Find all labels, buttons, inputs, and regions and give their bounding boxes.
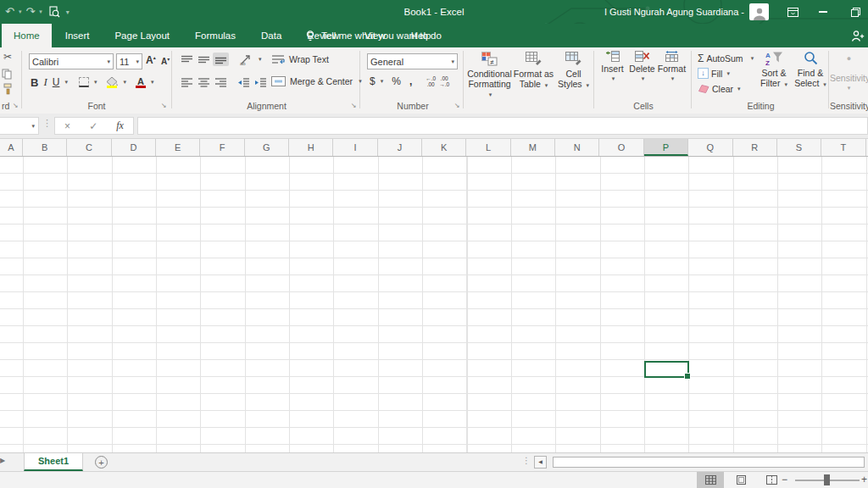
column-header-j[interactable]: J xyxy=(378,139,422,156)
column-header-m[interactable]: M xyxy=(511,139,555,156)
top-align-button[interactable] xyxy=(179,53,195,66)
cell-styles-button[interactable]: Cell Styles ▾ xyxy=(555,47,593,114)
increase-indent-button[interactable] xyxy=(253,75,269,89)
decrease-indent-button[interactable] xyxy=(236,75,252,89)
scroll-left-button[interactable]: ◀ xyxy=(534,456,547,469)
share-button[interactable] xyxy=(851,30,865,46)
fill-color-dropdown-icon[interactable]: ▾ xyxy=(121,79,126,86)
zoom-in-button[interactable]: + xyxy=(861,472,867,488)
percent-style-button[interactable]: % xyxy=(392,75,401,87)
font-dialog-launcher-icon[interactable]: ↘ xyxy=(159,102,168,110)
accounting-format-button[interactable]: $ xyxy=(370,75,376,87)
accounting-dropdown-icon[interactable]: ▾ xyxy=(379,78,384,85)
column-header-a[interactable]: A xyxy=(0,139,23,156)
redo-icon[interactable]: ↷ xyxy=(24,0,36,24)
undo-icon[interactable]: ↶ xyxy=(3,0,16,24)
copy-icon[interactable] xyxy=(2,68,13,83)
underline-button[interactable]: U xyxy=(53,76,60,88)
align-center-button[interactable] xyxy=(196,75,212,89)
decrease-decimal-button[interactable]: .00 →.0 xyxy=(439,75,449,87)
insert-cells-button[interactable]: Insert ▾ xyxy=(598,51,627,82)
clear-button[interactable]: Clear ▾ xyxy=(698,82,741,95)
column-header-g[interactable]: G xyxy=(245,139,289,156)
autosum-button[interactable]: Σ AutoSum ▾ xyxy=(698,52,754,64)
tab-data[interactable]: Data xyxy=(249,24,293,47)
horizontal-scrollbar-thumb[interactable] xyxy=(553,457,865,468)
column-header-i[interactable]: I xyxy=(333,139,377,156)
italic-button[interactable]: I xyxy=(42,75,48,89)
ribbon-display-options-button[interactable] xyxy=(782,0,804,24)
fill-color-button[interactable] xyxy=(106,75,118,90)
column-header-d[interactable]: D xyxy=(112,139,156,156)
column-header-h[interactable]: H xyxy=(289,139,333,156)
font-color-button[interactable]: A xyxy=(136,75,146,90)
font-size-combobox[interactable]: 11 ▾ xyxy=(116,53,142,69)
decrease-font-size-button[interactable]: A▾ xyxy=(161,56,170,66)
find-select-button[interactable]: Find & Select ▾ xyxy=(793,47,827,89)
align-right-button[interactable] xyxy=(213,75,229,89)
zoom-slider-thumb[interactable] xyxy=(824,474,830,485)
wrap-text-button[interactable]: Wrap Text xyxy=(271,54,329,64)
tell-me-box[interactable]: Tell me what you want to do xyxy=(305,24,442,47)
borders-button[interactable] xyxy=(79,77,89,87)
tab-insert[interactable]: Insert xyxy=(53,24,102,47)
format-cells-button[interactable]: Format ▾ xyxy=(657,51,687,82)
alignment-dialog-launcher-icon[interactable]: ↘ xyxy=(349,102,358,110)
column-header-n[interactable]: N xyxy=(555,139,599,156)
column-header-q[interactable]: Q xyxy=(688,139,732,156)
format-painter-icon[interactable] xyxy=(3,83,13,98)
insert-function-icon[interactable]: fx xyxy=(116,119,124,132)
column-header-f[interactable]: F xyxy=(200,139,244,156)
column-header-c[interactable]: C xyxy=(67,139,111,156)
name-box-dropdown-icon[interactable]: ▾ xyxy=(30,123,35,130)
page-layout-view-button[interactable] xyxy=(727,472,754,488)
underline-dropdown-icon[interactable]: ▾ xyxy=(63,79,68,86)
merge-center-button[interactable]: Merge & Center ▾ xyxy=(271,76,362,86)
column-header-b[interactable]: B xyxy=(23,139,67,156)
account-user-name[interactable]: I Gusti Ngurah Agung Suardiana - xyxy=(604,0,744,24)
column-header-r[interactable]: R xyxy=(733,139,777,156)
clipboard-dialog-launcher-icon[interactable]: ↘ xyxy=(11,102,19,110)
orientation-dropdown-icon[interactable]: ▾ xyxy=(257,56,262,63)
font-color-dropdown-icon[interactable]: ▾ xyxy=(149,79,154,86)
tab-formulas[interactable]: Formulas xyxy=(183,24,248,47)
horizontal-scrollbar[interactable] xyxy=(551,456,868,469)
account-avatar[interactable] xyxy=(749,3,769,20)
orientation-button[interactable]: ab xyxy=(236,53,256,66)
print-preview-icon[interactable] xyxy=(45,6,64,18)
undo-dropdown-icon[interactable]: ▾ xyxy=(18,8,23,15)
cancel-icon[interactable]: × xyxy=(64,120,70,132)
middle-align-button[interactable] xyxy=(196,53,212,66)
tab-splitter-dots-icon[interactable]: ⋮ xyxy=(522,456,531,465)
increase-font-size-button[interactable]: A▴ xyxy=(146,54,156,66)
sheet-tab-sheet1[interactable]: Sheet1 xyxy=(24,453,83,471)
column-header-l[interactable]: L xyxy=(466,139,510,156)
zoom-out-button[interactable]: − xyxy=(782,472,787,488)
column-header-o[interactable]: O xyxy=(599,139,643,156)
number-dialog-launcher-icon[interactable]: ↘ xyxy=(453,102,461,110)
new-sheet-button[interactable]: + xyxy=(95,456,108,469)
format-as-table-button[interactable]: Format as Table ▾ xyxy=(513,47,555,114)
fill-button[interactable]: ↓ Fill ▾ xyxy=(698,67,730,80)
sort-filter-button[interactable]: A Z Sort & Filter ▾ xyxy=(756,47,792,89)
conditional-formatting-button[interactable]: ≠ Conditional Formatting ▾ xyxy=(467,47,513,114)
borders-dropdown-icon[interactable]: ▾ xyxy=(92,79,97,86)
minimize-button[interactable] xyxy=(812,0,834,24)
formula-input[interactable] xyxy=(137,117,868,135)
column-header-p[interactable]: P xyxy=(644,139,688,156)
delete-cells-button[interactable]: Delete ▾ xyxy=(627,51,657,82)
comma-style-button[interactable]: , xyxy=(409,75,412,87)
restore-button[interactable] xyxy=(844,0,866,24)
column-header-k[interactable]: K xyxy=(422,139,466,156)
tab-page-layout[interactable]: Page Layout xyxy=(103,24,181,47)
cut-icon[interactable]: ✂ xyxy=(3,51,12,63)
enter-icon[interactable]: ✓ xyxy=(89,120,97,132)
name-box[interactable]: ▾ xyxy=(0,117,39,135)
column-header-s[interactable]: S xyxy=(777,139,821,156)
align-left-button[interactable] xyxy=(179,75,195,89)
increase-decimal-button[interactable]: ←.0 .00 xyxy=(426,75,436,87)
redo-dropdown-icon[interactable]: ▾ xyxy=(38,8,43,15)
column-header-t[interactable]: T xyxy=(821,139,865,156)
bottom-align-button[interactable] xyxy=(213,53,229,66)
column-header-e[interactable]: E xyxy=(156,139,200,156)
